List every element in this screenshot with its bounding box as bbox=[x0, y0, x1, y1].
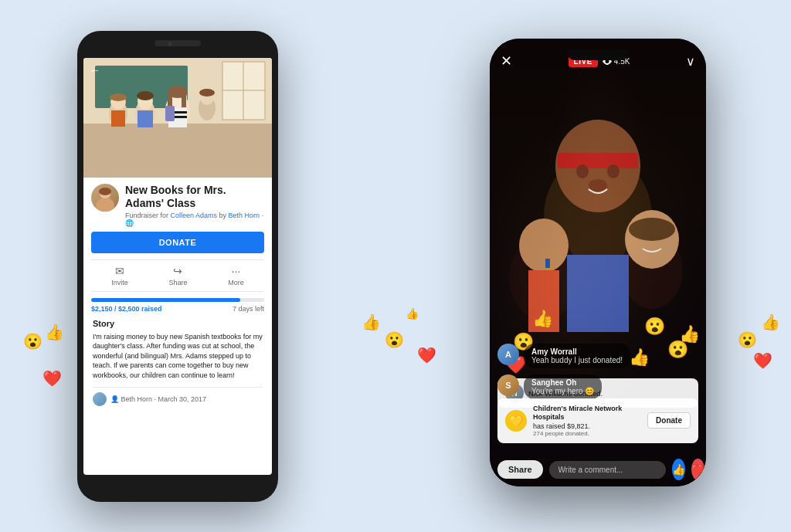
invite-label: Invite bbox=[111, 279, 128, 286]
svg-rect-44 bbox=[567, 255, 629, 332]
svg-rect-9 bbox=[168, 92, 172, 107]
svg-point-34 bbox=[576, 164, 589, 178]
live-badge-row: LIVE 4.5K bbox=[569, 56, 630, 67]
svg-rect-0 bbox=[83, 120, 272, 178]
progress-days: 7 days left bbox=[233, 305, 264, 313]
floating-emoji-9: 😮 bbox=[738, 330, 757, 349]
commenter-name-2: Sanghee Oh bbox=[531, 378, 594, 387]
charity-donate-button[interactable]: Donate bbox=[647, 412, 691, 429]
floating-emoji-5: 😮 bbox=[385, 330, 404, 349]
poster-avatar bbox=[93, 392, 107, 406]
floating-emoji-8: 👍 bbox=[761, 313, 780, 331]
charity-icon: 💛 bbox=[505, 410, 527, 432]
svg-point-27 bbox=[96, 198, 114, 212]
charity-name: Children's Miracle Network Hospitals bbox=[533, 405, 641, 422]
fundraiser-subtitle: Fundraiser for Colleen Adams by Beth Hor… bbox=[125, 212, 264, 227]
floating-emoji-10: ❤️ bbox=[753, 351, 772, 370]
donate-button[interactable]: DONATE bbox=[91, 232, 264, 253]
classroom-photo: ← bbox=[83, 58, 272, 178]
progress-amount: $2,150 / $2,500 raised bbox=[91, 305, 162, 313]
comment-text-1: Yeah buddy I just donated! bbox=[531, 356, 623, 364]
share-label: Share bbox=[168, 279, 187, 286]
left-screen-body: New Books for Mrs. Adams' Class Fundrais… bbox=[83, 178, 272, 412]
svg-point-16 bbox=[137, 91, 154, 100]
story-title: Story bbox=[93, 319, 263, 328]
android-screen: ← New Books for Mrs. Adams' Class Fundra… bbox=[83, 58, 272, 475]
floating-emoji-7: 👍 bbox=[406, 307, 419, 320]
iphone-screen: ✕ LIVE 4.5K ∨ 😮 👍 ❤️ 😮 😮 👍 👍 A Amy Worra… bbox=[490, 39, 706, 486]
svg-point-35 bbox=[607, 164, 620, 178]
poster-row: 👤 Beth Horn · March 30, 2017 bbox=[93, 387, 263, 406]
more-action[interactable]: ··· More bbox=[228, 265, 244, 286]
comment-avatar-1: A bbox=[497, 344, 519, 365]
live-viewers: 4.5K bbox=[603, 57, 630, 66]
live-close-button[interactable]: ✕ bbox=[501, 53, 512, 69]
live-comment-2: S Sanghee Oh You're my hero 😊 bbox=[497, 374, 698, 399]
live-badge: LIVE bbox=[569, 56, 598, 67]
invite-icon: ✉ bbox=[115, 265, 124, 277]
floating-emoji-6: ❤️ bbox=[417, 346, 436, 364]
live-comments: A Amy Worrall Yeah buddy I just donated!… bbox=[490, 344, 706, 405]
back-button[interactable]: ← bbox=[90, 64, 100, 76]
comment-text-2: You're my hero 😊 bbox=[531, 387, 594, 395]
svg-rect-25 bbox=[165, 106, 175, 121]
svg-point-20 bbox=[199, 89, 215, 97]
more-label: More bbox=[228, 279, 244, 286]
svg-rect-17 bbox=[137, 110, 153, 127]
live-chevron-down[interactable]: ∨ bbox=[686, 54, 695, 69]
like-icon: 👍 bbox=[672, 463, 685, 476]
charity-card: 💛 Children's Miracle Network Hospitals h… bbox=[497, 398, 698, 443]
live-emoji-6: 👍 bbox=[679, 324, 700, 344]
profile-avatar bbox=[91, 184, 119, 212]
invite-action[interactable]: ✉ Invite bbox=[111, 265, 128, 286]
live-reaction-button[interactable]: ❤️ bbox=[691, 459, 704, 480]
live-emoji-2: 👍 bbox=[532, 309, 553, 329]
story-section: Story I'm raising money to buy new Spani… bbox=[91, 319, 264, 406]
live-emoji-4: 😮 bbox=[644, 317, 665, 337]
svg-point-23 bbox=[110, 93, 127, 101]
floating-emoji-3: 👍 bbox=[45, 323, 64, 341]
android-phone: ← New Books for Mrs. Adams' Class Fundra… bbox=[77, 31, 278, 502]
more-icon: ··· bbox=[232, 265, 241, 277]
svg-rect-43 bbox=[545, 259, 550, 268]
story-text: I'm raising money to buy new Spanish tex… bbox=[93, 332, 263, 381]
svg-rect-24 bbox=[111, 110, 125, 127]
progress-section: $2,150 / $2,500 raised 7 days left bbox=[91, 298, 264, 313]
share-icon: ↪ bbox=[173, 265, 182, 277]
floating-emoji-2: ❤️ bbox=[42, 369, 62, 388]
live-bottom-bar: Share 👍 ❤️ bbox=[490, 459, 706, 480]
progress-bar-fill bbox=[91, 298, 240, 302]
svg-rect-10 bbox=[182, 92, 186, 107]
live-like-button[interactable]: 👍 bbox=[672, 459, 685, 480]
share-action[interactable]: ↪ Share bbox=[168, 265, 187, 286]
poster-info: 👤 Beth Horn · March 30, 2017 bbox=[110, 395, 206, 403]
floating-emoji-4: 👍 bbox=[362, 313, 381, 331]
live-comment-input[interactable] bbox=[549, 461, 666, 479]
iphone: ✕ LIVE 4.5K ∨ 😮 👍 ❤️ 😮 😮 👍 👍 A Amy Worra… bbox=[490, 39, 706, 486]
svg-point-36 bbox=[589, 179, 607, 191]
comment-bubble-1: Amy Worrall Yeah buddy I just donated! bbox=[524, 344, 630, 368]
live-comment-1: A Amy Worrall Yeah buddy I just donated! bbox=[497, 344, 698, 368]
svg-point-29 bbox=[99, 188, 111, 195]
progress-bar-background bbox=[91, 298, 264, 302]
progress-text: $2,150 / $2,500 raised 7 days left bbox=[91, 305, 264, 313]
live-top-bar: ✕ LIVE 4.5K ∨ bbox=[490, 39, 706, 76]
svg-rect-33 bbox=[558, 153, 638, 168]
charity-amount: has raised $9,821. bbox=[533, 422, 641, 430]
floating-emoji-1: 😮 bbox=[23, 332, 42, 351]
commenter-name-1: Amy Worrall bbox=[531, 347, 623, 356]
fundraiser-title: New Books for Mrs. Adams' Class bbox=[125, 184, 264, 210]
charity-donors: 274 people donated. bbox=[533, 430, 641, 437]
comment-bubble-2: Sanghee Oh You're my hero 😊 bbox=[524, 374, 602, 399]
comment-avatar-2: S bbox=[497, 374, 519, 396]
profile-row: New Books for Mrs. Adams' Class Fundrais… bbox=[91, 184, 264, 227]
live-share-button[interactable]: Share bbox=[497, 460, 543, 479]
svg-point-39 bbox=[629, 218, 675, 241]
action-row: ✉ Invite ↪ Share ··· More bbox=[91, 259, 264, 292]
heart-icon: ❤️ bbox=[691, 463, 704, 476]
charity-info: Children's Miracle Network Hospitals has… bbox=[533, 405, 641, 437]
